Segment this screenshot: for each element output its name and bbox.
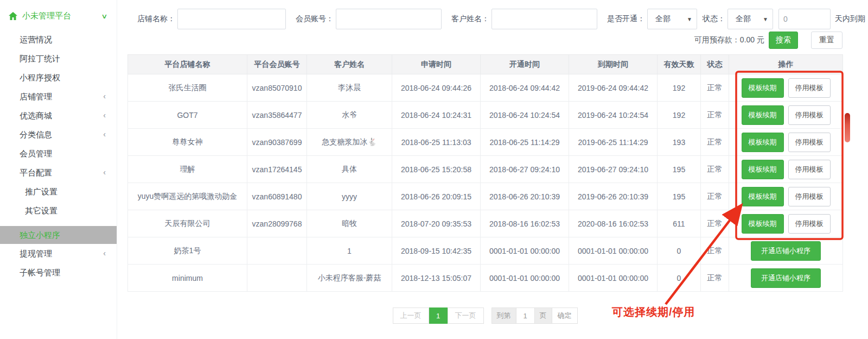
sidebar-item-label: 分类信息: [20, 125, 52, 144]
renew-template-button[interactable]: 模板续期: [742, 187, 784, 206]
stop-template-button[interactable]: 停用模板: [788, 187, 831, 206]
sidebar-item-12[interactable]: 提现管理‹: [0, 244, 117, 263]
days-to-expire-input[interactable]: [778, 9, 831, 29]
sidebar-brand[interactable]: 小未管理平台 ∨: [0, 0, 117, 24]
sidebar-item-label: 阿拉丁统计: [20, 49, 60, 68]
table-cell: GOT7: [128, 102, 247, 129]
jump-confirm-button[interactable]: 确定: [552, 307, 578, 324]
brand-label: 小未管理平台: [22, 11, 102, 21]
table-cell: vzan85070910: [247, 74, 307, 102]
search-button[interactable]: 搜索: [769, 32, 798, 49]
table-body: 张氏生活圈vzan85070910李沐晨2018-06-24 09:44:262…: [128, 74, 843, 292]
renew-template-button[interactable]: 模板续期: [742, 133, 784, 152]
scrollbar-thumb[interactable]: [845, 113, 850, 142]
table-cell: 2018-06-24 10:24:54: [481, 102, 569, 129]
sidebar-item-13[interactable]: 子帐号管理: [0, 263, 117, 282]
table-cell: vzan90387699: [247, 129, 307, 156]
column-header: 客户姓名: [307, 55, 392, 74]
sidebar-item-label: 优选商城: [20, 106, 52, 125]
is-open-selected-value: 全部: [655, 14, 671, 24]
member-account-input[interactable]: [336, 9, 442, 29]
stop-template-button[interactable]: 停用模板: [788, 105, 831, 125]
table-cell: vzan28099768: [247, 210, 307, 237]
pagination: 上一页 1 下一页 到第 页 确定: [127, 307, 843, 324]
current-page-button[interactable]: 1: [429, 307, 448, 324]
page-jump-group: 到第 页 确定: [492, 307, 578, 324]
sidebar-item-2[interactable]: 阿拉丁统计: [0, 49, 117, 68]
table-cell: 0: [658, 265, 701, 292]
column-header: 开通时间: [481, 55, 569, 74]
table-cell: 1: [307, 237, 392, 265]
next-page-button[interactable]: 下一页: [448, 307, 484, 324]
table-cell: 2018-08-16 16:02:53: [481, 210, 569, 237]
sidebar-item-label: 其它设置: [25, 201, 58, 220]
sidebar-item-10[interactable]: 其它设置: [0, 201, 117, 220]
sidebar-item-8[interactable]: 平台配置‹: [0, 163, 117, 182]
table-cell: 195: [658, 156, 701, 183]
stop-template-button[interactable]: 停用模板: [788, 133, 831, 152]
column-header: 状态: [701, 55, 729, 74]
column-header: 平台店铺名称: [128, 55, 247, 74]
sidebar-item-label: 平台配置: [20, 163, 52, 182]
open-shop-miniprogram-button[interactable]: 开通店铺小程序: [751, 241, 821, 261]
sidebar-item-6[interactable]: 分类信息‹: [0, 125, 117, 144]
renew-template-button[interactable]: 模板续期: [742, 78, 784, 98]
app-window: 小未管理平台 ∨ 运营情况阿拉丁统计小程序授权店铺管理‹优选商城‹分类信息‹会员…: [0, 0, 868, 339]
sidebar-item-label: 提现管理: [20, 244, 52, 263]
sidebar-item-7[interactable]: 会员管理: [0, 144, 117, 163]
table-cell: 奶茶1号: [128, 237, 247, 265]
table-cell: 小未程序客服-蘑菇: [307, 265, 392, 292]
table-row: GOT7vzan35864477水爷2018-06-24 10:24:31201…: [128, 102, 843, 129]
table-cell: 2018-06-24 09:44:42: [481, 74, 569, 102]
table-cell: 尊尊女神: [128, 129, 247, 156]
table-cell: vzan60891480: [247, 183, 307, 210]
table-cell: [247, 265, 307, 292]
sidebar-item-3[interactable]: 小程序授权: [0, 68, 117, 87]
shop-name-input[interactable]: [177, 9, 286, 29]
table-cell: 2018-06-27 09:24:10: [481, 156, 569, 183]
table-cell: 2018-06-25 11:14:29: [481, 129, 569, 156]
renew-template-button[interactable]: 模板续期: [742, 214, 784, 234]
stop-template-button[interactable]: 停用模板: [788, 160, 831, 179]
jump-page-input[interactable]: [516, 307, 535, 324]
table-row: minimum小未程序客服-蘑菇2018-12-13 15:05:070001-…: [128, 265, 843, 292]
table-cell: 理解: [128, 156, 247, 183]
table-cell: 0001-01-01 00:00:00: [481, 237, 569, 265]
stop-template-button[interactable]: 停用模板: [788, 78, 831, 98]
chevron-left-icon: ‹: [103, 87, 106, 106]
table-row: 天辰有限公司vzan28099768暗牧2018-07-20 09:35:532…: [128, 210, 843, 237]
renew-template-button[interactable]: 模板续期: [742, 105, 784, 125]
table-cell: 正常: [701, 237, 729, 265]
is-open-label: 是否开通：: [607, 14, 645, 24]
prev-page-button[interactable]: 上一页: [393, 307, 429, 324]
sidebar-item-1[interactable]: 运营情况: [0, 30, 117, 49]
table-cell: [247, 237, 307, 265]
table-cell: 水爷: [307, 102, 392, 129]
shops-table: 平台店铺名称平台会员账号客户姓名申请时间开通时间到期时间有效天数状态操作 张氏生…: [127, 54, 843, 292]
chevron-left-icon: ‹: [103, 125, 106, 144]
table-cell: 2019-06-27 09:24:10: [569, 156, 658, 183]
reset-button[interactable]: 重置: [811, 32, 843, 49]
sidebar-item-label: 店铺管理: [20, 87, 52, 106]
stop-template-button[interactable]: 停用模板: [788, 214, 831, 234]
open-shop-miniprogram-button[interactable]: 开通店铺小程序: [751, 268, 821, 288]
sidebar-item-9[interactable]: 推广设置: [0, 182, 117, 201]
actions-cell: 开通店铺小程序: [729, 265, 843, 292]
table-cell: 正常: [701, 102, 729, 129]
status-select[interactable]: 全部 ▼: [727, 9, 773, 29]
table-cell: 2019-06-26 20:10:39: [569, 183, 658, 210]
sidebar-item-4[interactable]: 店铺管理‹: [0, 87, 117, 106]
table-cell: 2018-09-15 10:42:35: [392, 237, 481, 265]
customer-name-input[interactable]: [492, 9, 597, 29]
is-open-select[interactable]: 全部 ▼: [647, 9, 697, 29]
sidebar-item-11[interactable]: 独立小程序: [0, 226, 117, 244]
table-cell: 暗牧: [307, 210, 392, 237]
table-cell: 正常: [701, 183, 729, 210]
renew-template-button[interactable]: 模板续期: [742, 160, 784, 179]
table-cell: 天辰有限公司: [128, 210, 247, 237]
table-cell: 2019-06-24 09:44:42: [569, 74, 658, 102]
sidebar-item-5[interactable]: 优选商城‹: [0, 106, 117, 125]
table-row: 奶茶1号12018-09-15 10:42:350001-01-01 00:00…: [128, 237, 843, 265]
customer-name-label: 客户姓名：: [451, 14, 489, 24]
table-cell: 2018-06-25 15:20:58: [392, 156, 481, 183]
